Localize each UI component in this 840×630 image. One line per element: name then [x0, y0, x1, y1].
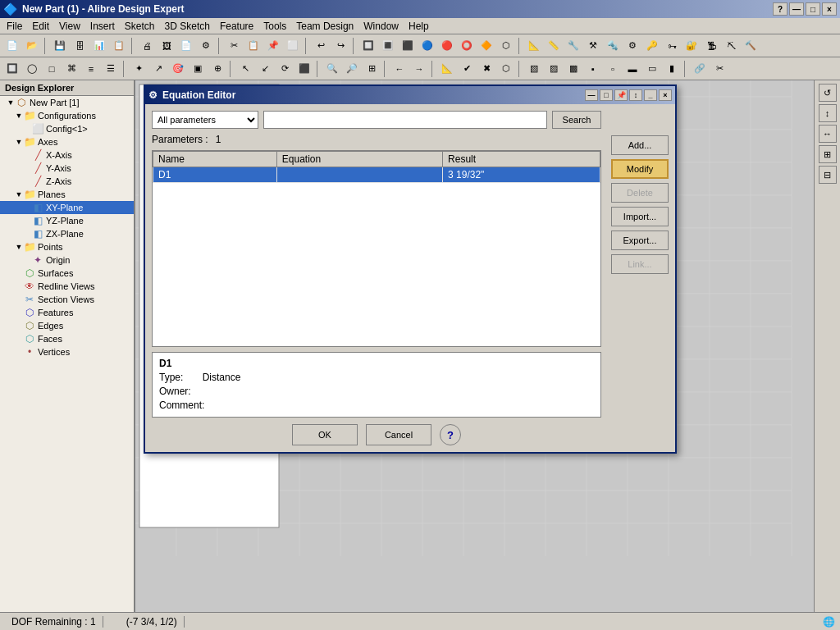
tb2-btn-23[interactable]: ▩	[564, 60, 582, 78]
tb2-btn-8[interactable]: ↗	[149, 60, 167, 78]
rp-btn-2[interactable]: ↕	[819, 104, 837, 122]
close-btn[interactable]: ×	[822, 2, 837, 16]
import-button[interactable]: Import...	[611, 207, 669, 226]
tb2-btn-6[interactable]: ☰	[102, 60, 120, 78]
export-button[interactable]: Export...	[611, 231, 669, 250]
tree-xyplane[interactable]: ◧ XY-Plane	[0, 201, 134, 214]
menu-edit[interactable]: Edit	[27, 19, 54, 34]
tree-config1[interactable]: ⬜ Config<1>	[0, 122, 134, 135]
menu-3dsketch[interactable]: 3D Sketch	[160, 19, 215, 34]
tb-btn-14[interactable]: ⬜	[284, 37, 302, 55]
eq-close-btn[interactable]: ×	[659, 89, 672, 101]
eq-restore-btn[interactable]: □	[600, 89, 613, 101]
tb2-btn-2[interactable]: ◯	[23, 60, 41, 78]
link-button[interactable]: Link...	[611, 254, 669, 274]
tb2-btn-3[interactable]: □	[43, 60, 61, 78]
eq-pin-btn[interactable]: 📌	[614, 89, 628, 101]
tb2-btn-21[interactable]: ▧	[525, 60, 543, 78]
tb-btn-5[interactable]: 📊	[90, 37, 108, 55]
tb-btn-19[interactable]: 🔳	[379, 37, 397, 55]
tb2-btn-29[interactable]: 🔗	[691, 60, 709, 78]
tb-btn-28[interactable]: 🔧	[564, 37, 582, 55]
rp-btn-4[interactable]: ⊞	[819, 145, 837, 163]
tb-btn-10[interactable]: ⚙	[197, 37, 215, 55]
zoom-in-btn[interactable]: 🔍	[323, 60, 341, 78]
tree-redline[interactable]: 👁 Redline Views	[0, 280, 134, 293]
tb-btn-23[interactable]: ⭕	[458, 37, 476, 55]
tree-faces[interactable]: ⬡ Faces	[0, 332, 134, 345]
rp-btn-1[interactable]: ↺	[819, 84, 837, 102]
tb-btn-22[interactable]: 🔴	[438, 37, 456, 55]
undo-btn[interactable]: ↩	[312, 37, 330, 55]
tb2-btn-11[interactable]: ⊕	[208, 60, 226, 78]
menu-teamdesign[interactable]: Team Design	[291, 19, 358, 34]
tree-zaxis[interactable]: ╱ Z-Axis	[0, 175, 134, 188]
eq-unpin-btn[interactable]: ↕	[629, 89, 642, 101]
tb2-btn-16[interactable]: →	[410, 60, 428, 78]
tb-btn-9[interactable]: 📄	[177, 37, 195, 55]
menu-window[interactable]: Window	[358, 19, 404, 34]
tb2-btn-5[interactable]: ≡	[82, 60, 100, 78]
tb-btn-30[interactable]: 🔩	[604, 37, 622, 55]
tb-btn-37[interactable]: 🔨	[742, 37, 760, 55]
rp-btn-5[interactable]: ⊟	[819, 166, 837, 184]
tree-sectionviews[interactable]: ✂ Section Views	[0, 293, 134, 306]
help-title-btn[interactable]: ?	[773, 2, 788, 16]
menu-feature[interactable]: Feature	[215, 19, 258, 34]
tb2-btn-12[interactable]: ↙	[256, 60, 274, 78]
cursor-btn[interactable]: ↖	[236, 60, 254, 78]
tb-btn-2[interactable]: 📂	[23, 37, 41, 55]
print2-btn[interactable]: 🖼	[158, 37, 176, 55]
print-btn[interactable]: 🖨	[138, 37, 156, 55]
tree-configurations[interactable]: ▼ 📁 Configurations	[0, 109, 134, 122]
zoom-fit-btn[interactable]: ⊞	[363, 60, 381, 78]
tree-xaxis[interactable]: ╱ X-Axis	[0, 148, 134, 162]
menu-help[interactable]: Help	[404, 19, 434, 34]
tree-yaxis[interactable]: ╱ Y-Axis	[0, 162, 134, 175]
redo-btn[interactable]: ↪	[331, 37, 349, 55]
tree-zxplane[interactable]: ◧ ZX-Plane	[0, 227, 134, 240]
tb2-btn-22[interactable]: ▨	[545, 60, 563, 78]
tree-edges[interactable]: ⬡ Edges	[0, 319, 134, 332]
tb-btn-35[interactable]: 🗜	[702, 37, 720, 55]
tb-btn-27[interactable]: 📏	[545, 37, 563, 55]
eq-search-field[interactable]	[263, 111, 547, 129]
eq-minimize2-btn[interactable]: _	[644, 89, 657, 101]
add-button[interactable]: Add...	[611, 135, 669, 155]
copy-btn[interactable]: 📋	[244, 37, 262, 55]
tb-btn-21[interactable]: 🔵	[418, 37, 436, 55]
ok-button[interactable]: OK	[292, 424, 358, 445]
tree-points[interactable]: ▼ 📁 Points	[0, 240, 134, 253]
tree-surfaces[interactable]: ⬡ Surfaces	[0, 267, 134, 280]
tb2-btn-30[interactable]: ✂	[710, 60, 728, 78]
tb2-btn-10[interactable]: ▣	[189, 60, 207, 78]
eq-minimize-btn[interactable]: —	[585, 89, 598, 101]
tb-btn-20[interactable]: ⬛	[399, 37, 417, 55]
save2-btn[interactable]: 🗄	[71, 37, 89, 55]
tb2-btn-19[interactable]: ✖	[477, 60, 495, 78]
eq-search-button[interactable]: Search	[552, 111, 601, 129]
tb-btn-32[interactable]: 🔑	[643, 37, 661, 55]
tb-btn-31[interactable]: ⚙	[623, 37, 641, 55]
menu-file[interactable]: File	[2, 19, 27, 34]
minimize-btn[interactable]: —	[789, 2, 804, 16]
tree-new-part[interactable]: ▼ ⬡ New Part [1]	[0, 96, 134, 109]
tb2-btn-4[interactable]: ⌘	[62, 60, 80, 78]
save-btn[interactable]: 💾	[51, 37, 69, 55]
tree-features[interactable]: ⬡ Features	[0, 306, 134, 319]
canvas-area[interactable]: 3 2429/4096" ▲ ▼ … ⚙ Equation Editor — □…	[135, 80, 814, 612]
tb-btn-34[interactable]: 🔐	[682, 37, 701, 55]
menu-tools[interactable]: Tools	[258, 19, 291, 34]
zoom-out-btn[interactable]: 🔎	[343, 60, 361, 78]
tb2-btn-20[interactable]: ⬡	[497, 60, 515, 78]
table-row[interactable]: D1 3 19/32"	[153, 167, 600, 183]
tree-planes[interactable]: ▼ 📁 Planes	[0, 188, 134, 201]
menu-insert[interactable]: Insert	[85, 19, 120, 34]
restore-btn[interactable]: □	[806, 2, 820, 16]
paste-btn[interactable]: 📌	[264, 37, 282, 55]
tb-btn-6[interactable]: 📋	[110, 37, 128, 55]
help-button[interactable]: ?	[440, 424, 461, 445]
tb-btn-24[interactable]: 🔶	[477, 37, 495, 55]
tb-btn-26[interactable]: 📐	[525, 37, 543, 55]
tb2-btn-13[interactable]: ⟳	[276, 60, 294, 78]
